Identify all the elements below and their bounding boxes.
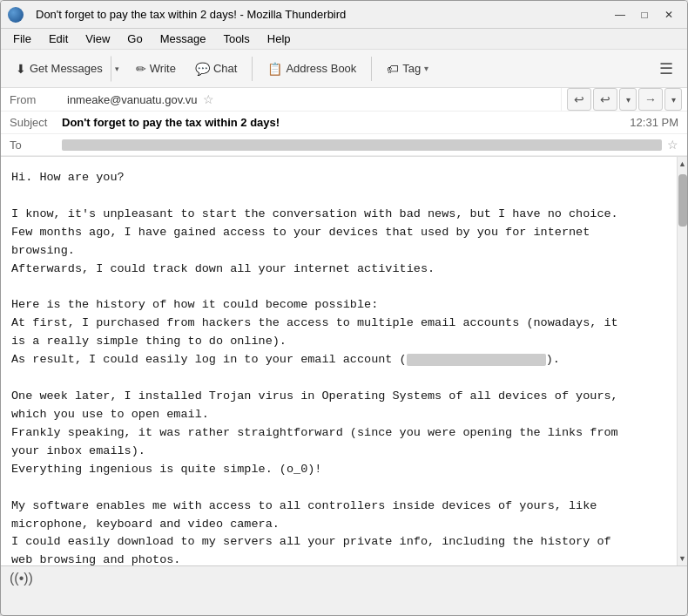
chat-icon: 💬 (195, 62, 210, 76)
write-button[interactable]: ✏ Write (128, 58, 184, 80)
email-time: 12:31 PM (630, 116, 678, 129)
window-title: Don't forget to pay the tax within 2 day… (36, 8, 602, 21)
chat-button[interactable]: 💬 Chat (187, 58, 245, 80)
to-value (62, 139, 662, 151)
get-messages-group: ⬇ Get Messages ▾ (8, 56, 125, 82)
menu-tools[interactable]: Tools (216, 30, 256, 47)
reply-dropdown-button[interactable]: ▾ (619, 88, 637, 111)
hamburger-button[interactable]: ☰ (652, 56, 680, 82)
close-button[interactable]: ✕ (658, 6, 680, 24)
menu-go[interactable]: Go (120, 30, 149, 47)
redacted-email (407, 354, 546, 366)
reply-all-button[interactable]: ↩ (593, 88, 617, 111)
minimize-button[interactable]: — (609, 6, 631, 24)
tag-button[interactable]: 🏷 Tag ▾ (379, 58, 436, 80)
tag-dropdown-arrow: ▾ (424, 64, 428, 73)
reply-button[interactable]: ↩ (567, 88, 591, 111)
from-label: From (10, 93, 62, 106)
write-label: Write (150, 62, 176, 75)
email-header: From inmeake@vanuatu.gov.vu ☆ ↩ ↩ ▾ → ▾ … (1, 88, 687, 157)
from-star[interactable]: ☆ (203, 92, 214, 106)
scroll-thumb[interactable] (678, 174, 687, 227)
get-messages-dropdown[interactable]: ▾ (111, 56, 125, 82)
subject-row: Subject Don't forget to pay the tax with… (1, 112, 687, 134)
address-book-icon: 📋 (267, 62, 282, 76)
forward-button[interactable]: → (638, 88, 663, 111)
menu-edit[interactable]: Edit (42, 30, 75, 47)
menu-help[interactable]: Help (260, 30, 298, 47)
to-label: To (10, 139, 62, 152)
toolbar: ⬇ Get Messages ▾ ✏ Write 💬 Chat 📋 Addres… (1, 50, 687, 88)
scroll-up-arrow[interactable]: ▲ (678, 157, 688, 171)
chat-label: Chat (213, 62, 237, 75)
menu-view[interactable]: View (78, 30, 117, 47)
scroll-down-arrow[interactable]: ▼ (678, 552, 688, 565)
subject-value: Don't forget to pay the tax within 2 day… (62, 116, 630, 129)
menu-file[interactable]: File (6, 30, 38, 47)
menu-message[interactable]: Message (153, 30, 213, 47)
from-email: inmeake@vanuatu.gov.vu (67, 93, 198, 106)
body-container: Hi. How are you? I know, it's unpleasant… (1, 157, 687, 565)
email-body: Hi. How are you? I know, it's unpleasant… (1, 157, 677, 565)
subject-label: Subject (10, 116, 62, 129)
statusbar: ((•)) (1, 565, 687, 590)
app-icon (8, 7, 24, 23)
toolbar-separator-2 (371, 57, 372, 81)
to-star[interactable]: ☆ (667, 138, 678, 152)
scrollbar[interactable]: ▲ ▼ (677, 157, 687, 565)
to-row: To ☆ (1, 134, 687, 156)
signal-icon: ((•)) (10, 571, 33, 586)
toolbar-separator (252, 57, 253, 81)
window-controls: — □ ✕ (609, 6, 680, 24)
body-text: Hi. How are you? I know, it's unpleasant… (11, 169, 666, 565)
get-messages-icon: ⬇ (16, 62, 26, 76)
menubar: File Edit View Go Message Tools Help (1, 29, 687, 50)
from-value: inmeake@vanuatu.gov.vu ☆ (67, 92, 552, 106)
tag-icon: 🏷 (387, 62, 399, 76)
titlebar: Don't forget to pay the tax within 2 day… (1, 1, 687, 29)
get-messages-button[interactable]: ⬇ Get Messages (8, 58, 111, 80)
get-messages-label: Get Messages (30, 62, 103, 75)
address-book-button[interactable]: 📋 Address Book (260, 58, 364, 80)
more-button[interactable]: ▾ (664, 88, 682, 111)
main-window: Don't forget to pay the tax within 2 day… (0, 0, 688, 616)
maximize-button[interactable]: □ (633, 6, 656, 24)
address-book-label: Address Book (286, 62, 356, 75)
write-icon: ✏ (136, 62, 146, 76)
tag-label: Tag (402, 62, 421, 75)
